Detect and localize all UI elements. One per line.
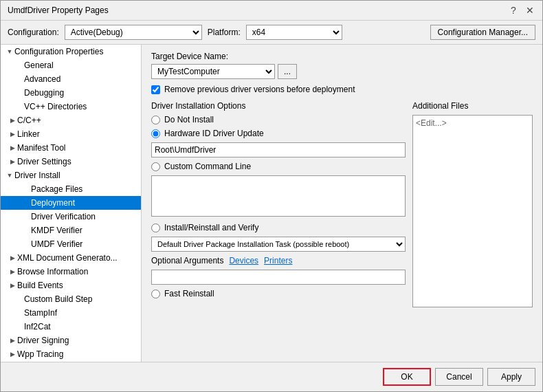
tree-item-config-props[interactable]: ▼ Configuration Properties [1, 45, 141, 58]
radio-do-not-install-label: Do Not Install [164, 115, 214, 124]
tree-item-driver-install[interactable]: ▼ Driver Install [1, 168, 141, 182]
radio-custom[interactable] [151, 162, 160, 171]
tree-item-driver-settings[interactable]: ▶ Driver Settings [1, 155, 141, 168]
target-device-section: Target Device Name: MyTestComputer ... [151, 52, 533, 79]
additional-files-edit[interactable]: <Edit...> [416, 118, 447, 128]
tree-panel: ▼ Configuration Properties General Advan… [1, 45, 142, 362]
devices-link[interactable]: Devices [229, 256, 258, 265]
radio-install-label: Install/Reinstall and Verify [164, 223, 258, 232]
right-panel: Target Device Name: MyTestComputer ... R… [142, 45, 542, 362]
ok-button[interactable]: OK [383, 368, 431, 386]
tree-item-build-events[interactable]: ▶ Build Events [1, 279, 141, 292]
config-label: Configuration: [8, 28, 59, 37]
target-device-label: Target Device Name: [151, 52, 533, 61]
tree-item-browse-info[interactable]: ▶ Browse Information [1, 265, 141, 279]
tree-item-wpp-tracing[interactable]: ▶ Wpp Tracing [1, 347, 141, 361]
help-button[interactable]: ? [508, 5, 519, 16]
dialog-title: UmdfDriver Property Pages [8, 6, 109, 15]
platform-label: Platform: [208, 28, 241, 37]
radio-hw-id[interactable] [151, 129, 160, 138]
custom-cmd-textarea[interactable] [151, 175, 406, 217]
config-bar: Configuration: Active(Debug) Platform: x… [1, 21, 542, 45]
tree-item-manifest-tool[interactable]: ▶ Manifest Tool [1, 141, 141, 155]
radio-install-row: Install/Reinstall and Verify [151, 223, 406, 232]
tree-item-cpp[interactable]: ▶ C/C++ [1, 113, 141, 127]
radio-install[interactable] [151, 224, 160, 232]
bottom-bar: OK Cancel Apply [1, 362, 542, 391]
dialog-window: UmdfDriver Property Pages ? ✕ Configurat… [0, 0, 543, 392]
tree-item-xml-doc[interactable]: ▶ XML Document Generato... [1, 251, 141, 265]
tree-item-package-files[interactable]: Package Files [1, 182, 141, 196]
radio-do-not-install-row: Do Not Install [151, 115, 406, 124]
tree-item-inf2cat[interactable]: Inf2Cat [1, 320, 141, 334]
tree-item-general[interactable]: General [1, 58, 141, 72]
tree-item-umdf-verifier[interactable]: UMDF Verifier [1, 237, 141, 251]
two-col-layout: Driver Installation Options Do Not Insta… [151, 101, 533, 307]
title-bar-controls: ? ✕ [508, 5, 535, 16]
install-task-select[interactable]: Default Driver Package Installation Task… [151, 237, 406, 252]
close-button[interactable]: ✕ [524, 5, 535, 16]
expand-icon-config-props: ▼ [5, 48, 14, 55]
optional-args-row: Optional Arguments Devices Printers [151, 256, 406, 265]
remove-checkbox-row: Remove previous driver versions before d… [151, 85, 533, 94]
driver-install-col: Driver Installation Options Do Not Insta… [151, 101, 406, 307]
tree-item-driver-signing[interactable]: ▶ Driver Signing [1, 334, 141, 347]
tree-item-advanced[interactable]: Advanced [1, 72, 141, 86]
install-select-row: Default Driver Package Installation Task… [151, 237, 406, 252]
tree-item-stampinf[interactable]: StampInf [1, 306, 141, 320]
hw-id-input[interactable] [151, 142, 406, 157]
radio-fast-reinstall[interactable] [151, 290, 160, 298]
radio-hw-id-row: Hardware ID Driver Update [151, 129, 406, 138]
additional-files-col: Additional Files <Edit...> [412, 101, 533, 307]
remove-checkbox-label: Remove previous driver versions before d… [164, 85, 355, 94]
apply-button[interactable]: Apply [487, 368, 535, 386]
printers-link[interactable]: Printers [264, 256, 292, 265]
tree-item-deployment[interactable]: Deployment [1, 196, 141, 210]
config-select[interactable]: Active(Debug) [65, 25, 202, 40]
browse-device-button[interactable]: ... [278, 64, 297, 79]
remove-checkbox[interactable] [151, 85, 160, 94]
title-bar: UmdfDriver Property Pages ? ✕ [1, 1, 542, 21]
platform-select[interactable]: x64 [246, 25, 342, 40]
optional-args-input[interactable] [151, 270, 406, 285]
cancel-button[interactable]: Cancel [435, 368, 483, 386]
tree-item-driver-verification[interactable]: Driver Verification [1, 210, 141, 224]
additional-files-title: Additional Files [412, 101, 533, 111]
tree-item-kmdf-verifier[interactable]: KMDF Verifier [1, 224, 141, 237]
radio-do-not-install[interactable] [151, 116, 160, 124]
driver-install-section-title: Driver Installation Options [151, 101, 406, 111]
radio-custom-row: Custom Command Line [151, 162, 406, 171]
additional-files-box: <Edit...> [412, 115, 533, 307]
target-device-select[interactable]: MyTestComputer [151, 64, 275, 79]
optional-args-label: Optional Arguments [151, 256, 223, 265]
config-manager-button[interactable]: Configuration Manager... [430, 25, 535, 40]
target-device-row: MyTestComputer ... [151, 64, 533, 79]
tree-item-vc-dirs[interactable]: VC++ Directories [1, 100, 141, 113]
tree-item-debugging[interactable]: Debugging [1, 86, 141, 100]
radio-fast-reinstall-row: Fast Reinstall [151, 289, 406, 298]
radio-custom-label: Custom Command Line [164, 162, 251, 171]
main-content: ▼ Configuration Properties General Advan… [1, 45, 542, 362]
tree-item-custom-build[interactable]: Custom Build Step [1, 292, 141, 306]
radio-hw-id-label: Hardware ID Driver Update [164, 129, 264, 138]
radio-fast-reinstall-label: Fast Reinstall [164, 289, 214, 298]
tree-item-linker[interactable]: ▶ Linker [1, 127, 141, 141]
